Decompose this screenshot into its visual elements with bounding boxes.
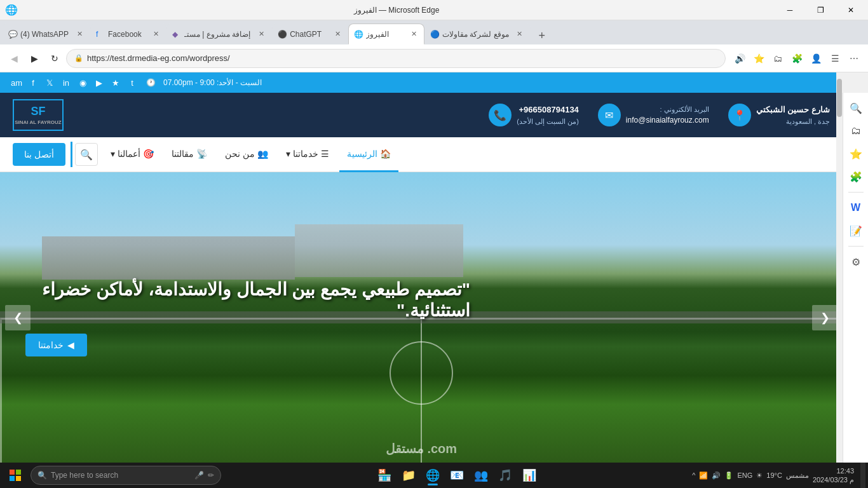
weather-text: مشمس — [786, 471, 809, 480]
slider-prev-button[interactable]: ❮ — [5, 305, 31, 330]
refresh-button[interactable]: ↻ — [46, 50, 64, 67]
start-button[interactable] — [3, 463, 28, 488]
tab-close-whatsapp[interactable]: ✕ — [74, 29, 85, 39]
hero-cta-label: خدامتنا — [38, 340, 64, 350]
tab-label-whatsapp: (4) WhatsAPP — [20, 30, 69, 39]
new-tab-button[interactable]: + — [533, 27, 551, 44]
window-title: الفيروز — Microsoft Edge — [18, 6, 775, 15]
settings-button[interactable]: ⋯ — [845, 50, 863, 67]
taskbar-system-tray: ^ 📶 🔊 🔋 ENG ☀ 19°C مشمس 12:43 م 2024/03/… — [692, 466, 857, 485]
favorites-button[interactable]: ⭐ — [750, 50, 768, 67]
nav-item-services[interactable]: ☰ خدماتنا ▾ — [278, 137, 337, 172]
header-phone-text: +966508794134 (من السبت إلى الأحد) — [517, 104, 579, 126]
svg-rect-3 — [16, 476, 21, 481]
taskbar-search[interactable]: 🔍 Type here to search 🎤 ✏ — [31, 466, 221, 485]
hero-cta-button[interactable]: ◀ خدامتنا — [25, 334, 87, 356]
tab-mostaql[interactable]: ◆ إضافة مشروع | مستـ ✕ — [166, 24, 272, 44]
nav-items: 🏠 الرئيسية ☰ خدماتنا ▾ 👥 من نحن 📡 م — [103, 137, 830, 172]
collections-button[interactable]: 🗂 — [769, 50, 787, 67]
sidebar-collections-icon[interactable]: 🗂 — [846, 121, 866, 141]
taskbar-app-edge[interactable]: 🌐 — [421, 464, 444, 487]
social-facebook[interactable]: f — [27, 76, 39, 89]
sidebar-search-icon[interactable]: 🔍 — [846, 98, 866, 118]
slider-next-button[interactable]: ❯ — [812, 305, 837, 330]
sound-icon: 🔊 — [712, 471, 721, 480]
close-button[interactable]: ✕ — [836, 0, 865, 20]
read-aloud-button[interactable]: 🔊 — [731, 50, 749, 67]
nav-item-works[interactable]: 🎯 أعمالنا ▾ — [103, 137, 161, 172]
logo-text: SF — [31, 105, 46, 118]
sidebar-m365-icon[interactable]: W — [846, 198, 866, 218]
nav-item-home[interactable]: 🏠 الرئيسية — [339, 137, 398, 172]
taskbar-app-outlook[interactable]: 📧 — [445, 464, 468, 487]
header-email-block: البريد الألكتروني : info@sinaialfayrouz.… — [598, 104, 709, 126]
nav-home-icon: 🏠 — [380, 149, 391, 159]
header-address-block: شارع حسين الشبكتي جدة , السعودية 📍 — [728, 104, 830, 126]
tab-close-moqaolat[interactable]: ✕ — [515, 29, 525, 39]
tab-favicon-mostaql: ◆ — [172, 30, 181, 39]
header-email-text: البريد الألكتروني : info@sinaialfayrouz.… — [626, 104, 709, 126]
battery-icon: 🔋 — [724, 471, 733, 480]
site-header: شارع حسين الشبكتي جدة , السعودية 📍 البري… — [0, 93, 843, 137]
taskbar-app-powerbi[interactable]: 📊 — [518, 464, 541, 487]
tab-chatgpt[interactable]: ⚫ ChatGPT ✕ — [272, 24, 348, 44]
social-yelp[interactable]: ★ — [109, 76, 122, 89]
tab-whatsapp[interactable]: 💬 (4) WhatsAPP ✕ — [3, 24, 90, 44]
social-twitter[interactable]: 𝕏 — [43, 76, 56, 89]
lock-icon: 🔒 — [74, 54, 83, 62]
tab-moqaolat[interactable]: 🔵 موقع لشركة مقاولات ✕ — [424, 24, 531, 44]
social-youtube[interactable]: ▶ — [93, 76, 105, 89]
tab-label-chatgpt: ChatGPT — [290, 30, 327, 39]
site-nav: 🏠 الرئيسية ☰ خدماتنا ▾ 👥 من نحن 📡 م — [0, 137, 843, 172]
scrollbar[interactable] — [836, 72, 843, 463]
extensions-button[interactable]: 🧩 — [788, 50, 806, 67]
tab-label-alfayrouz: الفيروز — [366, 30, 403, 39]
tab-favicon-chatgpt: ⚫ — [278, 30, 287, 39]
taskbar-search-mic: 🎤 — [194, 471, 204, 480]
search-button[interactable]: 🔍 — [75, 143, 98, 166]
tab-label-moqaolat: موقع لشركة مقاولات — [442, 30, 509, 39]
nav-works-dropdown-icon: ▾ — [111, 149, 115, 159]
taskbar-app-store[interactable]: 🏪 — [373, 464, 396, 487]
tab-close-facebook[interactable]: ✕ — [151, 29, 161, 39]
taskbar-app-teams[interactable]: 👥 — [470, 464, 492, 487]
website: السبت - الأحد: 9:00 - 07.00pm 🕐 t ★ ▶ ◉ … — [0, 72, 843, 463]
expand-tray-icon[interactable]: ^ — [692, 471, 695, 479]
social-instagram[interactable]: ◉ — [76, 76, 89, 89]
taskbar-app-media[interactable]: 🎵 — [494, 464, 517, 487]
taskbar-app-files[interactable]: 📁 — [397, 464, 420, 487]
tab-close-alfayrouz[interactable]: ✕ — [409, 29, 419, 39]
media-icon: 🎵 — [498, 468, 512, 482]
sidebar-favorites-icon[interactable]: ⭐ — [846, 144, 866, 164]
forward-button[interactable]: ▶ — [25, 50, 43, 67]
hero-text-overlay: "تصميم طبيعي يجمع بين الجمال والاستدامة،… — [0, 172, 843, 463]
nav-item-about[interactable]: 👥 من نحن — [217, 137, 276, 172]
taskbar: 🔍 Type here to search 🎤 ✏ 🏪 📁 🌐 📧 👥 🎵 — [0, 463, 868, 488]
contact-button[interactable]: أتصل بنا — [13, 143, 65, 166]
url-bar[interactable]: 🔒 https://test.drmedia-eg.com/wordpress/ — [66, 49, 726, 68]
social-tumblr[interactable]: t — [126, 76, 139, 89]
sidebar-divider-1 — [848, 192, 864, 193]
nav-item-articles[interactable]: 📡 مقالتنا — [164, 137, 215, 172]
header-city: جدة , السعودية — [756, 116, 830, 127]
sidebar-notes-icon[interactable]: 📝 — [846, 220, 866, 241]
social-am[interactable]: am — [10, 76, 23, 89]
sidebar-toggle[interactable]: ☰ — [826, 50, 844, 67]
taskbar-corner[interactable] — [860, 463, 865, 488]
back-button[interactable]: ◀ — [5, 50, 23, 67]
tab-facebook[interactable]: f Facebook ✕ — [90, 24, 166, 44]
tab-close-chatgpt[interactable]: ✕ — [332, 29, 342, 39]
social-linkedin[interactable]: in — [60, 76, 72, 89]
store-icon: 🏪 — [377, 468, 391, 482]
restore-button[interactable]: ❐ — [806, 0, 835, 20]
tab-close-mostaql[interactable]: ✕ — [256, 29, 266, 39]
minimize-button[interactable]: ─ — [775, 0, 804, 20]
tab-alfayrouz[interactable]: 🌐 الفيروز ✕ — [348, 24, 424, 44]
teams-icon: 👥 — [474, 468, 488, 482]
watermark: مستقل .com — [386, 441, 457, 456]
sidebar-extensions-icon[interactable]: 🧩 — [846, 166, 866, 187]
scrollbar-thumb[interactable] — [837, 79, 842, 117]
svg-rect-2 — [10, 476, 15, 481]
sidebar-settings-icon[interactable]: ⚙ — [846, 252, 866, 272]
profile-button[interactable]: 👤 — [807, 50, 825, 67]
